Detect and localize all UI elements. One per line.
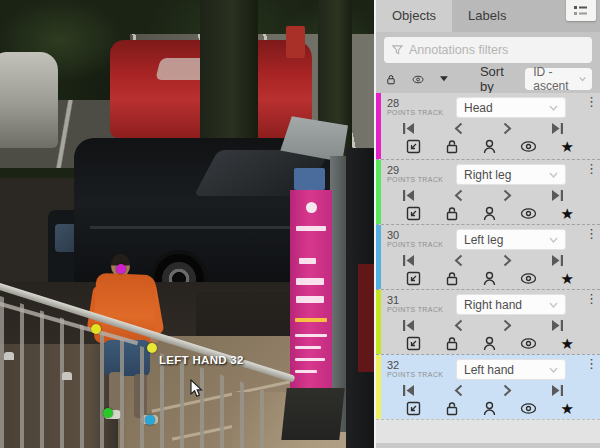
hide-all-icon[interactable] [412,73,424,86]
unlock-icon[interactable] [445,206,459,221]
label-select-value: Right hand [464,298,522,312]
banner-text-line [296,226,326,231]
last-keyframe-icon[interactable] [551,319,564,332]
last-keyframe-icon[interactable] [551,189,564,202]
left-foot-point[interactable] [145,415,155,425]
outside-icon[interactable] [406,401,421,416]
label-select[interactable]: Right hand [456,294,566,315]
object-item[interactable]: 31 POINTS TRACK Right hand ⋮ [376,289,600,354]
label-select[interactable]: Head [456,97,566,118]
first-keyframe-icon[interactable] [402,122,415,135]
object-id: 29 [387,164,399,176]
object-type: POINTS TRACK [387,176,443,183]
occluded-person-icon[interactable] [483,139,496,154]
railing-post-cap [62,372,72,380]
expand-all-icon[interactable] [440,75,448,83]
next-keyframe-icon[interactable] [503,189,512,202]
keyframe-nav-row [376,316,600,335]
next-keyframe-icon[interactable] [503,319,512,332]
object-item[interactable]: 28 POINTS TRACK Head ⋮ [376,93,600,159]
annotations-filter-field[interactable] [384,37,592,63]
object-actions-row: ★ [376,399,600,418]
unlock-icon[interactable] [445,336,459,351]
object-id: 28 [387,97,399,109]
visibility-eye-icon[interactable] [520,272,537,285]
object-menu-icon[interactable]: ⋮ [585,294,597,303]
keyframe-star-icon[interactable]: ★ [561,402,574,416]
list-icon [574,5,588,17]
prev-keyframe-icon[interactable] [454,189,463,202]
right-hand-point[interactable] [91,324,101,334]
railing-post-cap [4,352,14,360]
label-select[interactable]: Left hand [456,359,566,380]
label-select[interactable]: Left leg [456,229,566,250]
annotations-filter-input[interactable] [409,43,584,57]
next-keyframe-icon[interactable] [503,122,512,135]
keyframe-star-icon[interactable]: ★ [561,337,574,351]
object-actions-row: ★ [376,137,600,156]
chevron-down-icon [549,105,558,111]
sort-select[interactable]: ID - ascent [525,68,592,90]
occluded-person-icon[interactable] [483,206,496,221]
object-menu-icon[interactable]: ⋮ [585,229,597,238]
occluded-person-icon[interactable] [483,336,496,351]
tab-objects[interactable]: Objects [376,0,452,32]
annotation-label: LEFT HAND 32 [159,354,244,366]
keyframe-star-icon[interactable]: ★ [561,207,574,221]
prev-keyframe-icon[interactable] [454,122,463,135]
unlock-icon[interactable] [445,139,459,154]
unlock-icon[interactable] [445,271,459,286]
first-keyframe-icon[interactable] [402,254,415,267]
outside-icon[interactable] [406,139,421,154]
unlock-icon[interactable] [445,401,459,416]
object-menu-icon[interactable]: ⋮ [585,164,597,173]
video-canvas[interactable]: LEFT HAND 32 [0,0,374,448]
visibility-eye-icon[interactable] [520,207,537,220]
first-keyframe-icon[interactable] [402,189,415,202]
keyframe-nav-row [376,186,600,205]
last-keyframe-icon[interactable] [551,122,564,135]
chevron-down-icon [549,302,558,308]
tab-labels[interactable]: Labels [452,0,522,32]
left-hand-point[interactable] [147,343,157,353]
next-keyframe-icon[interactable] [503,254,512,267]
first-keyframe-icon[interactable] [402,384,415,397]
last-keyframe-icon[interactable] [551,384,564,397]
visibility-eye-icon[interactable] [520,337,537,350]
keyframe-star-icon[interactable]: ★ [561,140,574,154]
keyframe-star-icon[interactable]: ★ [561,272,574,286]
prev-keyframe-icon[interactable] [454,319,463,332]
chevron-down-icon [549,367,558,373]
label-select[interactable]: Right leg [456,164,566,185]
occluded-person-icon[interactable] [483,271,496,286]
first-keyframe-icon[interactable] [402,319,415,332]
object-type: POINTS TRACK [387,241,443,248]
chevron-down-icon [579,76,586,82]
object-menu-icon[interactable]: ⋮ [585,359,597,368]
filter-funnel-icon [392,44,403,56]
head-point[interactable] [116,264,126,274]
outside-icon[interactable] [406,271,421,286]
appearance-menu-button[interactable] [566,0,596,21]
occluded-person-icon[interactable] [483,401,496,416]
visibility-eye-icon[interactable] [520,140,537,153]
object-menu-icon[interactable]: ⋮ [585,97,597,106]
right-foot-point[interactable] [103,408,113,418]
outside-icon[interactable] [406,336,421,351]
object-actions-row: ★ [376,334,600,353]
lock-all-icon[interactable] [386,72,396,87]
banner-text-line [295,334,327,337]
object-item[interactable]: 30 POINTS TRACK Left leg ⋮ [376,224,600,289]
object-id: 30 [387,229,399,241]
visibility-eye-icon[interactable] [520,402,537,415]
next-keyframe-icon[interactable] [503,384,512,397]
last-keyframe-icon[interactable] [551,254,564,267]
sort-by-label: Sort by [480,64,509,94]
object-id: 32 [387,359,399,371]
prev-keyframe-icon[interactable] [454,384,463,397]
red-sign [286,26,305,58]
object-item[interactable]: 32 POINTS TRACK Left hand ⋮ [376,354,600,419]
object-item[interactable]: 29 POINTS TRACK Right leg ⋮ [376,159,600,224]
outside-icon[interactable] [406,206,421,221]
prev-keyframe-icon[interactable] [454,254,463,267]
